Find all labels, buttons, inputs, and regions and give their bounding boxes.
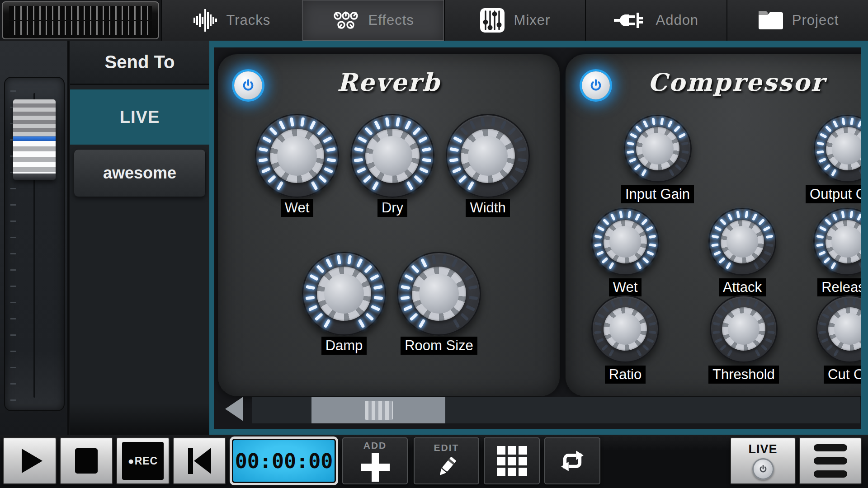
- scrollbar-grip-handle[interactable]: [365, 401, 393, 420]
- knob-tick: [452, 167, 461, 174]
- effects-scrollbar-track[interactable]: [252, 397, 860, 423]
- volume-fader[interactable]: [4, 77, 65, 411]
- edit-button[interactable]: EDIT: [414, 437, 479, 484]
- release-knob[interactable]: [813, 208, 861, 276]
- cut-off-knob[interactable]: [816, 295, 861, 363]
- fader-handle[interactable]: [13, 99, 56, 180]
- effects-scrollbar-thumb[interactable]: [311, 397, 445, 423]
- knob-tick: [363, 175, 371, 183]
- fader-handle-grip: [13, 141, 56, 174]
- wet-knob[interactable]: [255, 114, 339, 198]
- loop-button[interactable]: [544, 437, 600, 484]
- time-display[interactable]: 00:00:00: [230, 436, 338, 485]
- knob-tick: [720, 344, 727, 351]
- knob-tick: [646, 226, 653, 232]
- knob-cap: [831, 226, 861, 258]
- knob-tick: [409, 313, 418, 321]
- knob-tick: [404, 120, 411, 130]
- knob-tick: [420, 258, 427, 267]
- knob-tick: [681, 150, 689, 154]
- knob-tick: [453, 319, 460, 328]
- room-size-knob[interactable]: [397, 252, 481, 336]
- tab-mixer[interactable]: Mixer: [444, 0, 585, 41]
- knob-tick: [763, 226, 770, 232]
- reverb-knob-row-1: WetDryWidth: [218, 114, 530, 217]
- knob-tick: [816, 244, 824, 247]
- knob-tick: [500, 120, 506, 130]
- stop-icon: [75, 448, 98, 474]
- wet-knob[interactable]: [591, 208, 659, 276]
- knob-tick: [465, 305, 475, 311]
- knob-tick: [354, 147, 363, 152]
- knob-label: Output Gain: [806, 185, 861, 203]
- tab-addon[interactable]: Addon: [585, 0, 726, 41]
- knob-tick: [594, 322, 602, 326]
- knobs-icon: [332, 10, 359, 30]
- knob-tick: [681, 141, 689, 145]
- knob-tick: [467, 181, 474, 190]
- effect-title: Reverb: [218, 68, 560, 97]
- knob-label: Wet: [281, 199, 314, 217]
- knob-tick: [261, 167, 270, 174]
- tab-project[interactable]: Project: [726, 0, 868, 41]
- knob-tick: [354, 158, 363, 162]
- knob-tick: [517, 147, 526, 152]
- knob-tick: [679, 157, 686, 163]
- knob-tick: [513, 136, 523, 143]
- fader-tick: [10, 269, 16, 271]
- knob-tick: [306, 285, 315, 290]
- knob-unit-damp: Damp: [302, 252, 386, 355]
- pattern-grid-button[interactable]: [484, 437, 540, 484]
- scroll-left-icon[interactable]: [225, 397, 243, 421]
- input-gain-knob[interactable]: [624, 115, 692, 183]
- edit-label: EDIT: [434, 442, 459, 453]
- tab-tracks[interactable]: Tracks: [161, 0, 302, 41]
- knob-tick: [326, 147, 335, 152]
- fader-tick: [10, 204, 16, 206]
- knob-tick: [464, 274, 474, 281]
- dry-knob[interactable]: [350, 114, 434, 198]
- live-mode-button[interactable]: LIVE: [730, 437, 796, 484]
- knob-tick: [668, 169, 674, 176]
- knob-tick: [675, 164, 682, 170]
- knob-tick: [363, 265, 372, 273]
- attack-knob[interactable]: [708, 208, 776, 276]
- knob-tick: [760, 344, 768, 351]
- skip-to-start-button[interactable]: [173, 437, 226, 484]
- send-target-live[interactable]: LIVE: [70, 89, 209, 145]
- knob-tick: [609, 262, 614, 269]
- knob-tick: [507, 127, 516, 136]
- stop-button[interactable]: [60, 437, 113, 484]
- knob-tick: [449, 147, 459, 152]
- knob-tick: [642, 120, 648, 128]
- knob-cap: [726, 226, 758, 258]
- knob-tick: [322, 136, 332, 143]
- ratio-knob[interactable]: [591, 295, 659, 363]
- send-target-label: awesome: [103, 164, 176, 183]
- output-gain-knob[interactable]: [814, 115, 861, 183]
- play-button[interactable]: [3, 437, 57, 484]
- knob-tick: [711, 244, 719, 247]
- add-label: ADD: [363, 440, 387, 451]
- send-target-awesome[interactable]: awesome: [74, 149, 206, 197]
- add-button[interactable]: ADD: [342, 437, 408, 484]
- knob-tick: [646, 250, 654, 256]
- threshold-knob[interactable]: [710, 295, 778, 363]
- tab-effects[interactable]: Effects: [302, 0, 444, 41]
- knob-tick: [311, 181, 318, 190]
- knob-tick: [610, 213, 616, 221]
- menu-button[interactable]: [799, 437, 862, 484]
- knob-tick: [610, 300, 616, 308]
- knob-tick: [422, 158, 431, 162]
- knob-tick: [403, 305, 412, 311]
- knob-tick: [766, 235, 774, 239]
- knob-tick: [316, 265, 325, 273]
- record-button[interactable]: ●REC: [116, 437, 170, 484]
- knob-tick: [406, 181, 413, 190]
- knob-tick: [267, 175, 276, 183]
- compressor-knob-row-1: Input GainOutput Gain: [566, 115, 861, 203]
- piano-keyboard-button[interactable]: [2, 1, 159, 39]
- damp-knob[interactable]: [302, 252, 386, 336]
- width-knob[interactable]: [446, 114, 530, 198]
- knob-tick: [358, 319, 365, 328]
